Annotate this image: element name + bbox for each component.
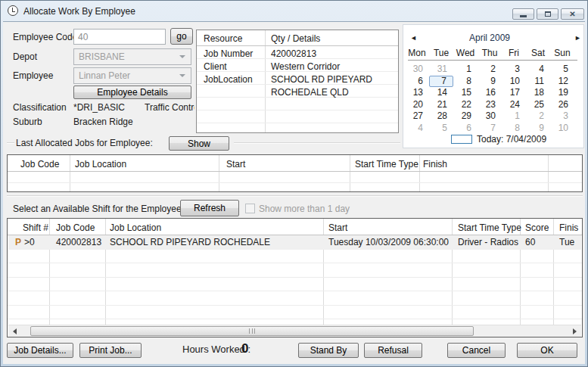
restore-button[interactable] (537, 8, 558, 20)
col-header-score[interactable]: Score (525, 222, 549, 233)
scroll-right-button[interactable] (568, 325, 581, 337)
job-details-button[interactable]: Job Details... (7, 343, 73, 358)
col-header-start[interactable]: Start (226, 159, 245, 170)
shifts-table: Shift # Job Code Job Location Start Star… (7, 218, 583, 337)
stand-by-button[interactable]: Stand By (298, 343, 359, 358)
calendar-day[interactable]: 3 (550, 110, 574, 123)
shift-row-selected[interactable]: P >0 420002813 SCHOOL RD PIPEYARD ROCHED… (8, 235, 581, 250)
day-header: Fri (502, 48, 526, 58)
calendar-day[interactable]: 18 (526, 87, 550, 99)
calendar-day[interactable]: 10 (502, 76, 526, 88)
col-header-job-code[interactable]: Job Code (20, 159, 59, 170)
calendar-day[interactable]: 30 (405, 64, 429, 76)
go-button[interactable]: go (170, 28, 193, 45)
resource-col-header: Resource (204, 33, 242, 44)
depot-dropdown[interactable]: BRISBANE (73, 48, 191, 65)
calendar-day[interactable]: 26 (550, 99, 574, 111)
col-header-shift[interactable]: Shift # (23, 222, 48, 233)
col-header-job-code[interactable]: Job Code (56, 222, 95, 233)
close-button[interactable]: ✕ (561, 8, 584, 20)
calendar-day-headers: Mon Tue Wed Thu Fri Sat Sun (405, 48, 574, 58)
calendar-day[interactable]: 2 (478, 64, 502, 76)
calendar-day[interactable]: 24 (502, 99, 526, 111)
scroll-left-button[interactable] (8, 325, 21, 337)
suburb-value: Bracken Ridge (73, 117, 133, 127)
calendar-day[interactable]: 6 (405, 76, 429, 88)
ok-label: OK (540, 345, 553, 356)
show-button[interactable]: Show (169, 136, 229, 151)
col-header-finish[interactable]: Finis (559, 222, 578, 233)
horizontal-scrollbar[interactable] (8, 325, 581, 337)
calendar-day[interactable]: 7 (478, 123, 502, 135)
calendar-day[interactable]: 21 (429, 99, 453, 111)
calendar-day[interactable]: 25 (526, 99, 550, 111)
calendar-day[interactable]: 7 (429, 76, 453, 88)
refresh-button-label: Refresh (194, 203, 226, 213)
calendar-day[interactable]: 19 (550, 87, 574, 99)
today-label[interactable]: Today: 7/04/2009 (477, 134, 546, 145)
shift-start-time-type: Driver - Radios (458, 237, 518, 247)
calendar-day[interactable]: 27 (405, 110, 429, 123)
print-job-button[interactable]: Print Job... (79, 343, 142, 358)
cancel-label: Cancel (462, 345, 490, 356)
calendar-day[interactable]: 8 (453, 76, 478, 88)
calendar-day[interactable]: 30 (478, 110, 502, 123)
calendar-next-icon[interactable]: ► (574, 34, 581, 42)
calendar-day[interactable]: 4 (405, 123, 429, 135)
calendar-day[interactable]: 13 (405, 87, 429, 99)
calendar-day[interactable]: 1 (502, 110, 526, 123)
classification-value: *DRI_BASIC (73, 102, 125, 113)
minimize-button[interactable] (512, 8, 534, 20)
group-line (7, 195, 583, 197)
scrollbar-thumb[interactable] (30, 326, 474, 336)
employee-code-label: Employee Code (13, 32, 77, 42)
minimize-icon (520, 15, 527, 17)
calendar-day[interactable]: 6 (453, 123, 478, 135)
calendar-day[interactable]: 12 (550, 76, 574, 88)
calendar-day[interactable]: 10 (550, 123, 574, 135)
calendar-day[interactable]: 9 (526, 123, 550, 135)
clock-icon (8, 5, 18, 16)
calendar-day[interactable]: 5 (429, 123, 453, 135)
col-header-job-location[interactable]: Job Location (110, 222, 161, 233)
employee-dropdown[interactable]: Linnan Peter (73, 67, 191, 84)
show-button-label: Show (188, 138, 210, 149)
cancel-button[interactable]: Cancel (447, 343, 506, 358)
col-header-job-location[interactable]: Job Location (75, 159, 126, 170)
calendar-day[interactable]: 28 (429, 110, 453, 123)
calendar-day[interactable]: 23 (478, 99, 502, 111)
calendar-day[interactable]: 11 (526, 76, 550, 88)
calendar-day[interactable]: 16 (478, 87, 502, 99)
calendar-day[interactable]: 31 (429, 64, 453, 76)
refresh-button[interactable]: Refresh (180, 200, 239, 216)
employee-details-button[interactable]: Employee Details (73, 86, 191, 99)
shift-score: 60 (525, 237, 535, 247)
calendar-day[interactable]: 14 (429, 87, 453, 99)
today-box[interactable] (451, 135, 472, 144)
ok-button[interactable]: OK (517, 343, 577, 358)
calendar-day[interactable]: 22 (453, 99, 478, 111)
calendar-day[interactable]: 29 (453, 110, 478, 123)
calendar-day[interactable]: 20 (405, 99, 429, 111)
calendar-day[interactable]: 1 (453, 64, 478, 76)
col-header-start-time-type[interactable]: Start Time Type (355, 159, 418, 170)
classification-value2: Traffic Contro (145, 102, 194, 113)
calendar-day[interactable]: 2 (526, 110, 550, 123)
calendar-day[interactable]: 15 (453, 87, 478, 99)
col-header-start-time-type[interactable]: Start Time Type (458, 222, 521, 233)
calendar-day[interactable]: 5 (550, 64, 574, 76)
calendar-day[interactable]: 17 (502, 87, 526, 99)
chevron-down-icon (179, 55, 185, 58)
calendar-day[interactable]: 8 (502, 123, 526, 135)
calendar-day[interactable]: 3 (502, 64, 526, 76)
calendar-day[interactable]: 4 (526, 64, 550, 76)
calendar-day[interactable]: 9 (478, 76, 502, 88)
col-header-finish[interactable]: Finish (423, 159, 447, 170)
stand-by-label: Stand By (310, 345, 347, 356)
refusal-button[interactable]: Refusal (364, 343, 422, 358)
employee-value: Linnan Peter (79, 70, 130, 81)
show-more-checkbox[interactable] (245, 204, 255, 213)
col-header-start[interactable]: Start (328, 222, 347, 233)
employee-code-input[interactable]: 40 (73, 29, 166, 45)
resource-row-label: Client (204, 61, 227, 72)
